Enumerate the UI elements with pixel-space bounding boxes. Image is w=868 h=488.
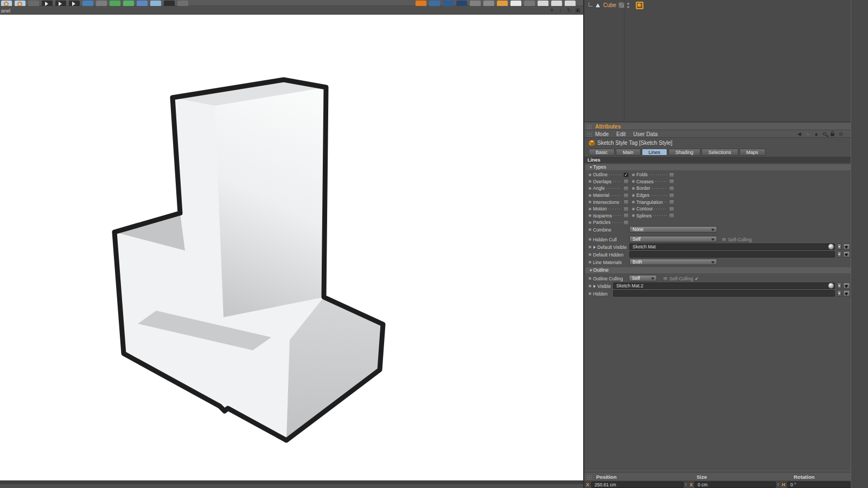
polygon-tool-icon[interactable]	[137, 1, 148, 6]
link-expand-button[interactable]	[837, 282, 841, 289]
lock-icon[interactable]	[831, 133, 834, 136]
render-frame-icon[interactable]	[510, 1, 521, 6]
minus-icon[interactable]	[483, 1, 494, 6]
edges-checkbox[interactable]	[669, 193, 674, 198]
link-expand-button[interactable]	[837, 243, 841, 250]
object-name-label[interactable]: Cube	[603, 2, 616, 8]
motion-checkbox[interactable]	[623, 207, 629, 211]
line-materials-dropdown[interactable]: Both	[629, 259, 717, 265]
contour-checkbox[interactable]	[669, 207, 674, 211]
group-types[interactable]: Types	[585, 164, 851, 170]
play-forward-icon[interactable]	[69, 1, 80, 6]
material-editor-icon[interactable]	[429, 1, 440, 6]
play-backward-icon[interactable]	[42, 1, 53, 6]
tab-selections[interactable]: Selections	[701, 149, 738, 156]
size-x-stepper[interactable]: ↕	[777, 481, 780, 487]
folds-checkbox[interactable]	[669, 172, 674, 177]
layout-list-1-icon[interactable]	[538, 1, 548, 6]
group-outline[interactable]: Outline	[585, 267, 851, 273]
circle-icon[interactable]	[470, 1, 481, 6]
param-dot	[589, 174, 591, 176]
pan-icon[interactable]: ✛	[548, 7, 555, 13]
object-manager[interactable]: Cube	[584, 0, 851, 122]
default-visible-field[interactable]: Sketch Mat	[629, 243, 835, 250]
close-x-icon[interactable]	[524, 1, 535, 6]
coords-grip-icon[interactable]	[587, 475, 592, 479]
lamp-icon[interactable]	[416, 1, 426, 6]
tab-lines[interactable]: Lines	[642, 149, 668, 156]
tab-main[interactable]: Main	[616, 149, 641, 156]
position-x-stepper[interactable]: ↕	[685, 481, 687, 487]
hidden-field[interactable]	[613, 290, 835, 297]
angle-checkbox[interactable]	[623, 186, 629, 191]
pick-arrow-button[interactable]	[843, 290, 850, 297]
viewport-menu-panel[interactable]: anel	[1, 8, 10, 14]
border-checkbox[interactable]	[669, 186, 674, 191]
self-culling-checkbox[interactable]	[663, 277, 668, 281]
overlaps-checkbox[interactable]	[623, 179, 629, 184]
link-expand-button[interactable]	[837, 290, 841, 297]
splines-checkbox[interactable]	[669, 213, 674, 218]
isoparms-checkbox[interactable]	[623, 213, 629, 218]
redo-icon[interactable]	[15, 1, 25, 6]
panel-grip-icon[interactable]	[587, 125, 592, 129]
pick-arrow-button[interactable]	[843, 243, 850, 250]
plane-tool-icon[interactable]	[150, 1, 161, 6]
history-back-icon[interactable]: ◀	[797, 131, 801, 137]
cube-tool-icon[interactable]	[82, 1, 93, 6]
history-forward-icon[interactable]: ➘	[806, 131, 810, 137]
menu-edit[interactable]: Edit	[616, 131, 626, 137]
dolly-icon[interactable]: ↕	[557, 7, 564, 13]
default-hidden-field[interactable]	[629, 251, 835, 258]
tab-basic[interactable]: Basic	[589, 149, 615, 156]
viewport[interactable]	[0, 15, 583, 484]
menu-user-data[interactable]: User Data	[633, 131, 658, 137]
position-x-field[interactable]: 250.61 cm	[591, 481, 684, 488]
magnet-tool-icon[interactable]	[110, 1, 120, 6]
play-icon[interactable]	[55, 1, 66, 6]
pick-arrow-button[interactable]	[843, 282, 850, 289]
visible-field[interactable]: Sketch Mat.2	[613, 282, 835, 289]
rotation-h-field[interactable]: 0 °	[787, 481, 851, 488]
layout-list-2-icon[interactable]	[551, 1, 562, 6]
tab-shading[interactable]: Shading	[668, 149, 700, 156]
visibility-dots[interactable]	[627, 3, 629, 8]
pick-arrow-button[interactable]	[843, 251, 850, 258]
hidden-cull-dropdown[interactable]: Self	[629, 236, 717, 242]
orbit-icon[interactable]: ↻	[566, 7, 572, 13]
footprints-icon[interactable]	[497, 1, 508, 6]
expander-icon[interactable]	[593, 285, 596, 288]
pen-tool-icon[interactable]	[96, 1, 107, 6]
section-lines[interactable]: Lines	[584, 157, 851, 163]
target-icon[interactable]: ◎	[839, 131, 843, 137]
search-icon[interactable]	[823, 132, 826, 136]
triangulation-checkbox[interactable]	[669, 200, 674, 204]
layer-color-toggle[interactable]	[618, 2, 624, 8]
combine-dropdown[interactable]: None	[629, 226, 717, 233]
branch-arrow-icon[interactable]	[28, 1, 39, 6]
camera-tool-icon[interactable]	[164, 1, 175, 6]
material-checkbox[interactable]	[623, 193, 629, 198]
undo-icon[interactable]	[1, 1, 12, 6]
parent-up-icon[interactable]: ▲	[814, 131, 819, 137]
link-expand-button[interactable]	[837, 251, 841, 258]
menu-grip-icon[interactable]	[587, 132, 592, 137]
expander-icon[interactable]	[593, 246, 596, 249]
menu-mode[interactable]: Mode	[595, 131, 609, 137]
toggle-view-icon[interactable]: ▣	[575, 7, 581, 13]
outline-checkbox[interactable]: ✓	[623, 172, 629, 177]
layout-list-3-icon[interactable]	[565, 1, 576, 6]
coordinates-manager-icon[interactable]	[443, 1, 454, 6]
sketch-style-tag-icon[interactable]	[636, 2, 643, 9]
scale-tool-icon[interactable]	[123, 1, 134, 6]
size-x-field[interactable]: 0 cm	[694, 481, 776, 488]
creases-checkbox[interactable]	[669, 179, 674, 184]
outline-culling-dropdown[interactable]: Self	[629, 275, 657, 281]
tab-maps[interactable]: Maps	[739, 149, 765, 156]
object-row-cube[interactable]: Cube	[589, 1, 643, 9]
display-tool-icon[interactable]	[177, 1, 188, 6]
content-browser-icon[interactable]	[456, 1, 467, 6]
intersections-checkbox[interactable]	[623, 200, 629, 204]
self-culling-checkbox[interactable]	[722, 237, 726, 242]
particles-checkbox[interactable]	[623, 220, 629, 225]
